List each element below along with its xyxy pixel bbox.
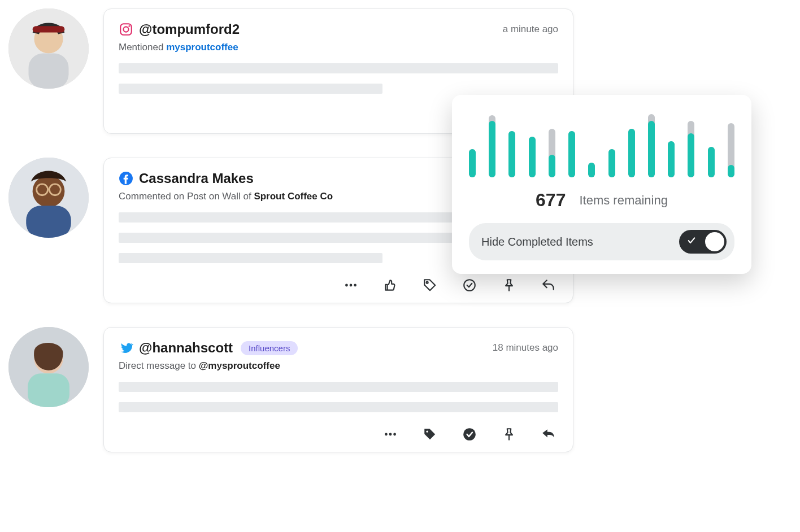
svg-point-20 <box>427 282 428 284</box>
svg-point-21 <box>464 280 475 291</box>
username[interactable]: @hannahscott <box>139 340 233 356</box>
tag-badge[interactable]: Influencers <box>241 341 298 355</box>
bar-remaining <box>608 149 615 177</box>
svg-point-5 <box>123 27 128 32</box>
tag-icon[interactable] <box>423 427 437 442</box>
bar-remaining <box>628 129 635 177</box>
bar-remaining <box>668 141 675 177</box>
activity-prefix: Mentioned <box>119 42 163 53</box>
pin-icon[interactable] <box>502 427 516 442</box>
svg-point-30 <box>463 428 476 441</box>
items-label: Items remaining <box>579 193 668 208</box>
content-placeholder <box>119 382 558 392</box>
check-circle-icon[interactable] <box>462 427 477 442</box>
bar-remaining <box>489 121 495 177</box>
bar-remaining <box>648 121 655 177</box>
svg-point-17 <box>345 284 348 287</box>
target-name: Sprout Coffee Co <box>254 191 333 202</box>
svg-rect-25 <box>28 373 69 407</box>
card-header: @hannahscottInfluencers18 minutes ago <box>119 340 558 356</box>
items-remaining-widget: 677 Items remaining Hide Completed Items <box>452 95 751 274</box>
checkmark-icon <box>687 236 696 247</box>
mention-link[interactable]: mysproutcoffee <box>166 42 238 53</box>
svg-point-18 <box>350 284 353 287</box>
timestamp: a minute ago <box>503 24 558 35</box>
timestamp: 18 minutes ago <box>493 342 558 354</box>
chart-bar <box>728 110 734 177</box>
tag-icon[interactable] <box>423 278 437 293</box>
reply-icon[interactable] <box>541 427 556 442</box>
svg-point-28 <box>393 433 396 436</box>
feed-row: @hannahscottInfluencers18 minutes agoDir… <box>8 327 573 452</box>
bar-remaining <box>568 131 575 177</box>
check-circle-icon[interactable] <box>462 278 477 293</box>
avatar[interactable] <box>8 158 89 238</box>
activity-line: Direct message to @mysproutcoffee <box>119 360 558 372</box>
bar-remaining <box>588 163 595 177</box>
hide-completed-label: Hide Completed Items <box>481 236 593 248</box>
chart-bar <box>489 110 495 177</box>
svg-rect-2 <box>29 54 69 89</box>
hide-completed-toggle[interactable] <box>679 230 727 254</box>
chart-bar <box>608 110 615 177</box>
svg-rect-3 <box>33 26 65 32</box>
chart-bar <box>549 110 555 177</box>
chart-bar <box>588 110 595 177</box>
reply-icon[interactable] <box>541 278 556 293</box>
chart-bar <box>508 110 515 177</box>
chart-bar <box>568 110 575 177</box>
facebook-icon <box>119 171 133 186</box>
content-placeholder <box>119 63 558 73</box>
username[interactable]: Cassandra Makes <box>139 171 254 186</box>
toggle-knob <box>705 232 724 251</box>
instagram-icon <box>119 22 133 37</box>
thumbs-up-icon[interactable] <box>383 278 398 293</box>
activity-prefix: Direct message to <box>119 360 196 371</box>
chart-bar <box>648 110 655 177</box>
activity-prefix: Commented on Post on Wall of <box>119 191 251 202</box>
content-placeholder <box>119 402 558 412</box>
bar-remaining <box>708 147 715 177</box>
items-count: 677 <box>536 190 566 211</box>
more-icon[interactable] <box>383 427 398 442</box>
pin-icon[interactable] <box>502 278 516 293</box>
avatar[interactable] <box>8 8 89 89</box>
more-icon[interactable] <box>344 278 358 293</box>
action-bar <box>119 278 558 293</box>
username[interactable]: @tompumford2 <box>139 21 240 37</box>
avatar[interactable] <box>8 327 89 407</box>
chart-bar <box>628 110 635 177</box>
content-placeholder <box>119 253 382 263</box>
svg-point-6 <box>128 25 130 27</box>
twitter-icon <box>119 341 133 355</box>
bar-remaining <box>469 149 476 177</box>
target-name: @mysproutcoffee <box>199 360 280 371</box>
bar-remaining <box>508 131 515 177</box>
chart-bar <box>688 110 694 177</box>
bar-remaining <box>549 155 555 177</box>
action-bar <box>119 427 558 442</box>
svg-point-27 <box>389 433 392 436</box>
svg-point-19 <box>354 284 356 287</box>
activity-line: Mentioned mysproutcoffee <box>119 42 558 53</box>
chart-bar <box>708 110 715 177</box>
svg-point-26 <box>385 433 388 436</box>
svg-rect-13 <box>26 206 71 238</box>
chart-bar <box>668 110 675 177</box>
content-placeholder <box>119 84 382 94</box>
chart-bar <box>529 110 536 177</box>
card-header: @tompumford2a minute ago <box>119 21 558 37</box>
svg-point-29 <box>426 430 428 432</box>
message-card[interactable]: @hannahscottInfluencers18 minutes agoDir… <box>103 327 573 452</box>
bar-remaining <box>728 165 734 177</box>
bar-remaining <box>529 137 536 177</box>
chart-bar <box>469 110 476 177</box>
items-bar-chart <box>469 110 734 177</box>
bar-remaining <box>688 133 694 177</box>
hide-completed-row[interactable]: Hide Completed Items <box>469 223 734 260</box>
items-metric: 677 Items remaining <box>469 190 734 211</box>
